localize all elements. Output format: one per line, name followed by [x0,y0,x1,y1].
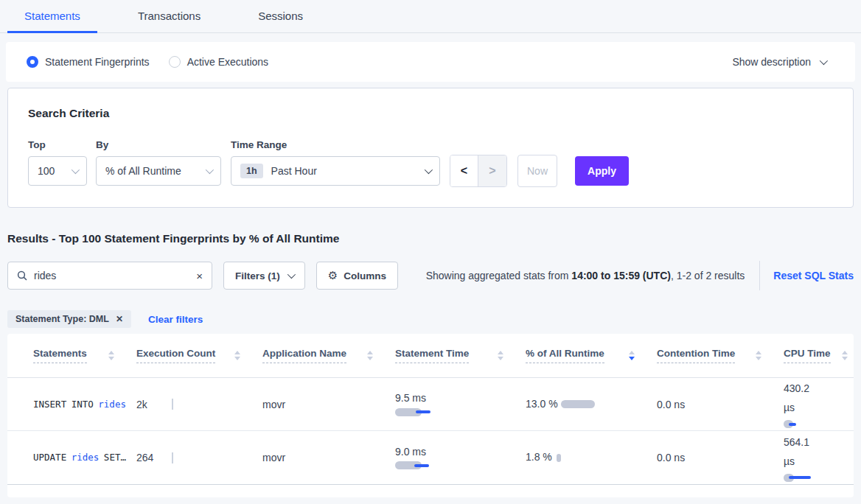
contention-time-cell: 0.0 ns [657,399,784,410]
top-value: 100 [38,165,63,177]
count-bar [172,399,173,410]
count-bar [172,452,173,463]
tab-bar: Statements Transactions Sessions [0,0,861,33]
search-icon [17,270,27,281]
tab-transactions[interactable]: Transactions [121,0,217,33]
sort-control[interactable] [108,351,114,360]
show-description-label: Show description [732,56,811,68]
view-toggle-panel: Statement Fingerprints Active Executions… [6,42,855,82]
latency-bar [395,407,526,416]
clear-filters-link[interactable]: Clear filters [148,314,203,325]
top-label: Top [28,139,87,150]
table-row: UPDATE rides SET… 264 movr 9.0 ms 1.8 % [7,431,854,485]
sort-control[interactable] [498,351,503,360]
clear-search-icon[interactable]: × [196,270,203,281]
sort-control[interactable] [756,351,761,360]
header-percent-runtime: % of All Runtime [526,348,657,363]
time-range-label: Time Range [231,139,440,150]
top-field: Top 100 [28,139,87,186]
statement-fingerprint-cell: INSERT INTO rides [33,397,136,411]
time-range-field: Time Range 1h Past Hour [221,139,440,186]
by-value: % of All Runtime [105,165,197,177]
tab-sessions[interactable]: Sessions [241,0,320,33]
time-range-select[interactable]: 1h Past Hour [231,156,440,186]
application-name-cell: movr [262,452,395,463]
runtime-percent-cell: 1.8 % [526,449,657,466]
table-header-row: Statements Execution Count Application N… [7,334,854,378]
filter-chip-row: Statement Type: DML ✕ Clear filters [7,310,854,328]
radio-unselected-icon [169,56,181,68]
filters-button[interactable]: Filters (1) [223,262,305,290]
application-name-cell: movr [262,399,395,410]
by-label: By [96,139,221,150]
execution-count-cell: 264 [136,452,262,463]
divider [759,261,760,290]
statement-time-cell: 9.5 ms [395,392,526,416]
table-row: INSERT INTO rides 2k movr 9.5 ms 13.0 % [7,378,854,431]
search-criteria-title: Search Criteria [28,107,833,120]
chevron-down-icon [206,166,214,174]
time-next-button[interactable]: > [478,155,506,186]
radio-label: Active Executions [187,56,269,68]
chevron-down-icon [425,166,433,174]
header-contention-time: Contention Time [657,348,784,363]
reset-sql-stats-link[interactable]: Reset SQL Stats [773,270,854,281]
chevron-down-icon [820,57,828,65]
header-cpu-time: CPU Time [784,348,854,363]
radio-statement-fingerprints[interactable]: Statement Fingerprints [27,56,150,68]
filters-label: Filters (1) [235,270,280,281]
gear-icon: ⚙ [328,269,338,282]
remove-chip-icon[interactable]: ✕ [116,314,123,324]
by-field: By % of All Runtime [87,139,221,186]
top-select[interactable]: 100 [28,156,87,186]
header-statement-time: Statement Time [395,348,526,363]
now-button[interactable]: Now [517,155,557,187]
statement-fingerprint-cell: UPDATE rides SET… [33,450,136,464]
sort-control[interactable] [842,351,848,360]
header-execution-count: Execution Count [136,348,262,363]
by-select[interactable]: % of All Runtime [96,156,221,186]
cpu-time-cell: 564.1 µs [784,433,854,483]
header-application-name: Application Name [262,348,395,363]
chevron-down-icon [287,270,296,279]
cpu-bar [784,473,854,482]
runtime-bar [561,400,595,409]
time-range-value: Past Hour [271,165,416,177]
time-prev-button[interactable]: < [450,155,478,186]
contention-time-cell: 0.0 ns [657,452,784,463]
chip-label: Statement Type: DML [15,314,109,324]
radio-active-executions[interactable]: Active Executions [169,56,269,68]
chevron-down-icon [72,166,80,174]
results-heading: Results - Top 100 Statement Fingerprints… [7,232,854,245]
search-box[interactable]: × [7,262,212,290]
execution-count-cell: 2k [136,399,262,410]
radio-selected-icon [27,56,38,68]
tab-statements[interactable]: Statements [7,0,97,33]
cpu-time-cell: 430.2 µs [784,379,854,429]
statement-time-cell: 9.0 ms [395,446,526,470]
search-criteria-panel: Search Criteria Top 100 By % of All Runt… [7,88,854,208]
latency-bar [395,461,526,470]
statement-link[interactable]: rides [72,452,100,463]
results-controls-row: × Filters (1) ⚙ Columns Showing aggregat… [7,261,854,290]
sort-control[interactable] [367,351,373,360]
show-description-toggle[interactable]: Show description [732,56,826,68]
header-statements: Statements [33,348,136,363]
filter-chip-statement-type[interactable]: Statement Type: DML ✕ [7,310,131,328]
aggregated-stats-text: Showing aggregated stats from 14:00 to 1… [426,270,745,281]
runtime-bar [557,453,561,462]
statement-link[interactable]: rides [98,399,126,410]
search-input[interactable] [34,270,196,281]
time-nav-group: < > [450,155,507,187]
runtime-percent-cell: 13.0 % [526,396,657,413]
sort-control-active[interactable] [629,351,635,360]
cpu-bar [784,420,854,429]
columns-label: Columns [344,270,386,281]
radio-label: Statement Fingerprints [45,56,150,68]
time-range-badge: 1h [240,164,263,178]
statements-table: Statements Execution Count Application N… [7,334,854,497]
sort-control[interactable] [234,351,240,360]
columns-button[interactable]: ⚙ Columns [316,262,398,290]
apply-button[interactable]: Apply [575,156,629,186]
